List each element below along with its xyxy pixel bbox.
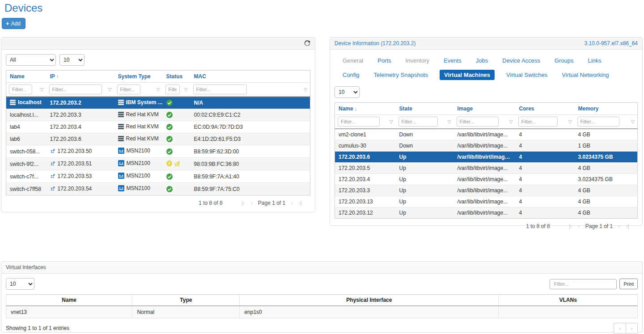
prev-page-button[interactable]: ‹ xyxy=(614,323,626,334)
tab-virtual-networking[interactable]: Virtual Networking xyxy=(559,70,611,80)
col-label: Cores xyxy=(519,106,534,112)
device-row[interactable]: switch-9f2... 172.20.203.51 MSN2100 ? 98… xyxy=(6,158,310,170)
vm-row[interactable]: 172.20.203.3 Up /var/lib/libvirt/image..… xyxy=(335,185,638,196)
tab-ports[interactable]: Ports xyxy=(375,56,394,65)
next-page-button[interactable]: › xyxy=(626,323,638,334)
devices-col-mac[interactable]: MAC xyxy=(191,71,310,83)
device-row[interactable]: switch-058... 172.20.203.50 MSN2100 B8:5… xyxy=(6,145,310,158)
vi-col-type[interactable]: Type xyxy=(132,295,240,306)
device-row[interactable]: switch-c7f... 172.20.203.53 MSN2100 B8:5… xyxy=(6,170,310,183)
first-page-button[interactable]: |‹ xyxy=(569,223,572,229)
external-link-icon[interactable] xyxy=(50,161,55,166)
col-label: Name xyxy=(10,73,25,80)
device-scope-select[interactable]: All xyxy=(6,54,56,66)
server-icon xyxy=(118,100,124,105)
col-label: Type xyxy=(180,297,192,303)
external-link-icon[interactable] xyxy=(50,173,55,179)
refresh-icon[interactable] xyxy=(304,40,310,47)
print-button[interactable]: Print xyxy=(619,279,638,289)
filter-vm-image-input[interactable] xyxy=(457,117,499,127)
vm-row[interactable]: 172.20.203.12 Up /var/lib/libvirt/image.… xyxy=(335,207,638,219)
vi-page-size-select[interactable]: 10 xyxy=(6,278,34,290)
prev-page-button[interactable]: ‹ xyxy=(578,223,580,229)
vm-page-size-select[interactable]: 10 xyxy=(335,86,360,98)
external-link-icon[interactable] xyxy=(50,186,55,191)
devices-col-ip[interactable]: IP ↑ xyxy=(47,71,114,83)
add-device-button[interactable]: + Add xyxy=(2,18,25,29)
mellanox-switch-icon xyxy=(118,173,124,179)
devices-col-name[interactable]: Name xyxy=(6,71,47,83)
next-page-button[interactable]: › xyxy=(619,223,620,229)
filter-name-input[interactable] xyxy=(9,85,32,94)
vm-name: 172.20.203.6 xyxy=(339,154,370,160)
tab-links[interactable]: Links xyxy=(585,56,604,65)
vm-row[interactable]: cumulus-30 Down /var/lib/libvirt/image..… xyxy=(335,140,638,152)
filter-vm-state-input[interactable] xyxy=(398,117,438,127)
vm-col-memory[interactable]: Memory xyxy=(575,103,638,115)
vm-col-image[interactable]: Image xyxy=(454,103,516,115)
funnel-icon[interactable]: ▽ xyxy=(568,119,572,124)
vm-col-state[interactable]: State xyxy=(396,103,454,115)
vi-col-vlans[interactable]: VLANs xyxy=(499,295,638,306)
filter-vm-memory-input[interactable] xyxy=(577,117,619,127)
filter-status-input[interactable] xyxy=(165,85,180,94)
device-row[interactable]: switch-c7ff58 172.20.203.54 MSN2100 B8:5… xyxy=(6,183,310,195)
funnel-icon[interactable]: ▽ xyxy=(448,119,451,124)
last-page-button[interactable]: ›| xyxy=(299,200,302,206)
tab-virtual-switches[interactable]: Virtual Switches xyxy=(504,70,550,80)
device-row-localhost[interactable]: localhost 172.20.203.2 IBM System ... N/… xyxy=(6,97,310,109)
funnel-icon[interactable]: ▽ xyxy=(304,87,307,92)
tab-virtual-machines[interactable]: Virtual Machines xyxy=(440,70,495,80)
tab-device-access[interactable]: Device Access xyxy=(500,56,543,65)
device-row[interactable]: lab6 172.20.203.6 Red Hat KVM E4:1D:2D:6… xyxy=(6,133,310,145)
funnel-icon[interactable]: ▽ xyxy=(108,87,112,92)
funnel-icon[interactable]: ▽ xyxy=(390,119,393,124)
first-page-button[interactable]: |‹ xyxy=(242,200,245,206)
device-system-type: Red Hat KVM xyxy=(126,123,159,130)
devices-col-system-type[interactable]: System Type xyxy=(114,71,163,83)
filter-vm-cores-input[interactable] xyxy=(518,117,558,127)
vi-type: Normal xyxy=(137,309,154,315)
vm-row-selected[interactable]: 172.20.203.6 Up /var/lib/libvirt/image..… xyxy=(335,152,638,163)
filter-mac-input[interactable] xyxy=(193,85,247,94)
filter-system-type-input[interactable] xyxy=(117,85,140,94)
vm-state: Up xyxy=(399,176,406,182)
tab-events[interactable]: Events xyxy=(441,56,464,65)
vm-image: /var/lib/libvirt/image... xyxy=(458,210,508,216)
filter-vm-name-input[interactable] xyxy=(338,117,380,127)
vm-col-cores[interactable]: Cores xyxy=(516,103,575,115)
external-link-icon[interactable] xyxy=(50,148,55,154)
prev-page-button[interactable]: ‹ xyxy=(250,200,252,206)
vm-row[interactable]: 172.20.203.4 Up /var/lib/libvirt/image..… xyxy=(335,174,638,185)
funnel-icon[interactable]: ▽ xyxy=(631,119,635,124)
funnel-icon[interactable]: ▽ xyxy=(184,87,188,92)
tab-general[interactable]: General xyxy=(340,56,366,65)
next-page-button[interactable]: › xyxy=(291,200,293,206)
tab-config[interactable]: Config xyxy=(340,70,362,80)
vm-row[interactable]: 172.20.203.5 Up /var/lib/libvirt/image..… xyxy=(335,163,638,174)
last-page-button[interactable]: ›| xyxy=(626,223,629,229)
funnel-icon[interactable]: ▽ xyxy=(509,119,513,124)
vi-col-physical-interface[interactable]: Physical Interface xyxy=(240,295,499,306)
vi-row[interactable]: vnet13 Normal enp1s0 xyxy=(6,306,638,318)
tab-telemetry-snapshots[interactable]: Telemetry Snapshots xyxy=(371,70,431,80)
vm-memory: 4 GB xyxy=(578,199,590,205)
filter-ip-input[interactable] xyxy=(49,85,102,94)
vi-col-name[interactable]: Name xyxy=(6,295,132,306)
vm-row[interactable]: vm2-clone1 Down /var/lib/libvirt/image..… xyxy=(335,129,638,140)
tab-groups[interactable]: Groups xyxy=(552,56,576,65)
device-row[interactable]: lab4 172.20.203.4 Red Hat KVM EC:0D:9A:7… xyxy=(6,121,310,133)
devices-col-status[interactable]: Status xyxy=(163,71,191,83)
vm-row[interactable]: 172.20.203.13 Up /var/lib/libvirt/image.… xyxy=(335,196,638,207)
funnel-icon[interactable]: ▽ xyxy=(157,87,160,92)
vi-filter-input[interactable] xyxy=(550,279,617,289)
funnel-icon[interactable]: ▽ xyxy=(40,87,44,92)
tab-inventory[interactable]: Inventory xyxy=(403,56,432,65)
vm-cores: 4 xyxy=(519,165,522,171)
devices-page-size-select[interactable]: 10 xyxy=(59,54,85,66)
tab-jobs[interactable]: Jobs xyxy=(473,56,491,65)
vm-col-name[interactable]: Name ↓ xyxy=(335,103,396,115)
device-row[interactable]: localhost.l... 172.20.203.3 Red Hat KVM … xyxy=(6,109,310,121)
status-ok-icon xyxy=(166,136,187,142)
vm-image: /var/lib/libvirt/image... xyxy=(458,131,508,138)
